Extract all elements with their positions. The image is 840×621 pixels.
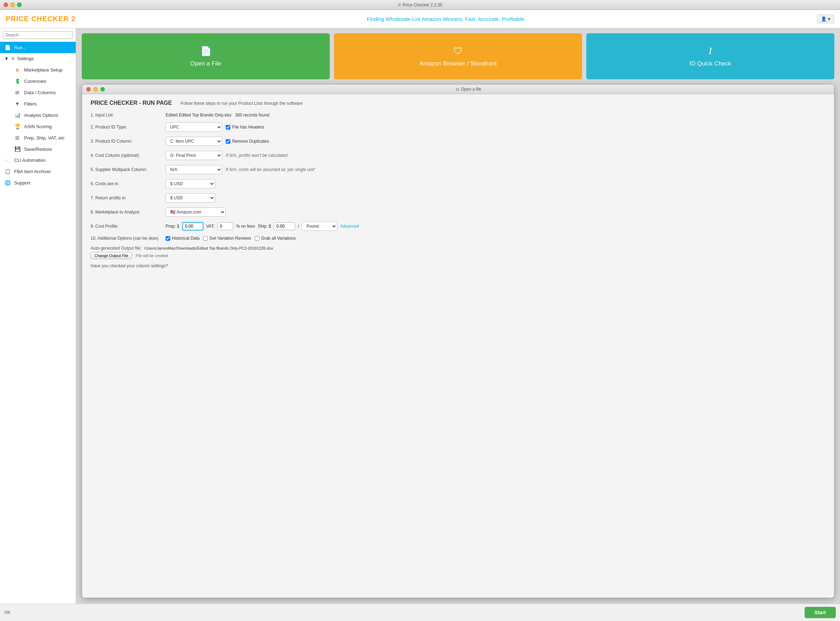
sidebar-item-fba-archiver[interactable]: 📋 FBA Item Archiver <box>0 166 76 177</box>
historical-data-label[interactable]: Historical Data <box>166 236 199 241</box>
sidebar-item-prep-ship[interactable]: ⊞ Prep, Ship, VAT, etc <box>11 132 76 143</box>
supplier-multipack-controls: N/A If N/A, costs will be assumed as 'pe… <box>166 165 315 174</box>
costs-in-select[interactable]: $ USD £ GBP € EUR <box>166 179 215 188</box>
product-id-column-select[interactable]: C: Item UPC <box>166 137 222 146</box>
sidebar: 📄 Run... ▼ ≡ Settings a Marketplace Setu… <box>0 28 76 604</box>
start-button[interactable]: Start <box>805 607 836 618</box>
return-profits-select[interactable]: $ USD £ GBP € EUR <box>166 193 215 203</box>
marketplace-label: 8. Marketplace to Analyze: <box>91 210 161 215</box>
supplier-multipack-select[interactable]: N/A <box>166 165 222 174</box>
cli-label: CLI Automation <box>14 158 46 163</box>
modal-max-btn[interactable] <box>100 87 105 91</box>
supplier-multipack-label: 5. Supplier Multipack Column: <box>91 167 161 172</box>
get-variation-reviews-checkbox[interactable] <box>203 236 208 241</box>
modal-body: PRICE CHECKER - RUN PAGE Follow these st… <box>82 94 834 597</box>
cost-profile-controls: Prep: $ VAT: % on fees Ship: $ / Pound <box>166 222 359 231</box>
file-has-headers-checkbox[interactable] <box>226 125 230 130</box>
minimize-btn[interactable] <box>10 3 15 7</box>
settings-collapse-icon: ▼ <box>4 56 9 61</box>
save-restore-label: Save/Restore <box>24 147 52 152</box>
costs-in-row: 6. Costs are in: $ USD £ GBP € EUR <box>91 179 825 188</box>
app-tagline: Finding Wholesale-List Amazon Winners. F… <box>367 16 526 22</box>
fba-label: FBA Item Archiver <box>14 169 51 174</box>
grab-all-variations-checkbox[interactable] <box>255 236 259 241</box>
amazon-browser-icon: 🛡 <box>453 45 463 57</box>
modal-close-btn[interactable] <box>86 87 91 91</box>
app-header: PRICE CHECKER 2 Finding Wholesale-List A… <box>0 10 840 28</box>
support-label: Support <box>14 180 30 186</box>
grab-all-variations-text: Grab all Variations <box>261 236 296 241</box>
file-has-headers-checkbox-label[interactable]: File has Headers <box>226 125 264 130</box>
close-btn[interactable] <box>3 3 8 7</box>
prep-input[interactable] <box>182 222 204 230</box>
settings-label: Settings <box>17 56 33 61</box>
cost-column-controls: G: Final Price If N/A, profits won't be … <box>166 151 287 160</box>
sidebar-item-marketplace-setup[interactable]: a Marketplace Setup <box>11 64 76 76</box>
sidebar-item-currencies[interactable]: 💲 Currencies <box>11 76 76 87</box>
historical-data-checkbox[interactable] <box>166 236 170 241</box>
id-quick-check-icon: I <box>709 45 712 57</box>
sidebar-item-save-restore[interactable]: 💾 Save/Restore <box>11 143 76 155</box>
prep-icon: ⊞ <box>14 135 21 141</box>
product-id-column-label: 3. Product ID Column: <box>91 139 161 144</box>
user-chevron: ▾ <box>828 16 831 21</box>
costs-in-label: 6. Costs are in: <box>91 181 161 186</box>
change-output-button[interactable]: Change Output File <box>91 252 132 259</box>
remove-duplicates-label: Remove Duplicates <box>232 139 269 144</box>
supplier-multipack-row: 5. Supplier Multipack Column: N/A If N/A… <box>91 165 825 174</box>
file-note: File will be created <box>136 253 168 258</box>
input-list-row: 1. Input List: Edited Edited Top Brands … <box>91 113 825 118</box>
marketplace-select[interactable]: 🇺🇸 Amazon.com 🇬🇧 Amazon.co.uk 🇩🇪 Amazon.… <box>166 208 226 217</box>
input-file-info: Edited Edited Top Brands Only.xlsx <box>166 113 231 118</box>
get-variation-reviews-label[interactable]: Get Variation Reviews <box>203 236 251 241</box>
ok-text: OK <box>4 610 10 615</box>
cost-column-select[interactable]: G: Final Price <box>166 151 222 160</box>
open-file-label: Open a File <box>190 60 222 67</box>
sidebar-item-support[interactable]: 🌐 Support <box>0 177 76 188</box>
cost-profile-row: 9. Cost Profile: Prep: $ VAT: % on fees … <box>91 222 825 231</box>
sidebar-item-filters[interactable]: ▼ Filters <box>11 98 76 109</box>
sidebar-item-run[interactable]: 📄 Run... <box>0 42 76 53</box>
sidebar-item-cli[interactable]: ›_ CLI Automation <box>0 155 76 166</box>
advanced-link[interactable]: Advanced <box>340 224 359 229</box>
bottom-bar: OK Start <box>0 604 840 621</box>
input-list-controls: Edited Edited Top Brands Only.xlsx 300 r… <box>166 113 269 118</box>
amazon-browser-card[interactable]: 🛡 Amazon Browser / Storefront <box>334 33 582 79</box>
run-icon: 📄 <box>4 45 11 50</box>
sidebar-section-settings[interactable]: ▼ ≡ Settings <box>0 53 76 64</box>
ship-label: Ship: $ <box>258 224 271 229</box>
titlebar-buttons <box>3 3 21 7</box>
open-file-card[interactable]: 📄 Open a File <box>82 33 330 79</box>
filters-label: Filters <box>24 101 36 106</box>
id-quick-check-card[interactable]: I ID Quick Check <box>586 33 834 79</box>
user-button[interactable]: 👤 ▾ <box>817 15 834 23</box>
sidebar-item-analysis-options[interactable]: 📊 Analysis Options <box>11 109 76 121</box>
product-id-type-select[interactable]: UPC ASIN EAN ISBN <box>166 123 222 132</box>
vat-input[interactable] <box>217 222 233 230</box>
sidebar-item-data-columns[interactable]: ⊞ Data / Columns <box>11 87 76 98</box>
titlebar-icon: ⊞ <box>398 3 401 7</box>
modal-min-btn[interactable] <box>94 87 98 91</box>
search-input[interactable] <box>3 31 73 39</box>
filters-icon: ▼ <box>14 101 21 106</box>
product-id-type-row: 2. Product ID Type: UPC ASIN EAN ISBN Fi… <box>91 123 825 132</box>
main-content: 📄 Open a File 🛡 Amazon Browser / Storefr… <box>76 28 840 604</box>
modal-dialog: ⊞ Open a file PRICE CHECKER - RUN PAGE F… <box>82 84 834 598</box>
grab-all-variations-label[interactable]: Grab all Variations <box>255 236 296 241</box>
remove-duplicates-checkbox-label[interactable]: Remove Duplicates <box>226 139 269 144</box>
titlebar-title: ⊞ Price Checker 2.2.35 <box>398 3 442 8</box>
remove-duplicates-checkbox[interactable] <box>226 139 230 144</box>
ship-input[interactable] <box>274 222 295 230</box>
data-columns-icon: ⊞ <box>14 89 21 95</box>
sidebar-item-asin-scoring[interactable]: 🏆 ASIN Scoring <box>11 121 76 132</box>
product-id-type-label: 2. Product ID Type: <box>91 125 161 130</box>
input-list-label: 1. Input List: <box>91 113 161 118</box>
id-quick-check-label: ID Quick Check <box>689 60 731 67</box>
output-file-row: Auto-generated Output file: /Users/James… <box>91 246 825 251</box>
weight-unit-select[interactable]: Pound Kg <box>302 222 337 231</box>
prep-label: Prep: $ <box>166 224 180 229</box>
additional-options-label: 10. Additional Options (can be slow) <box>91 236 161 241</box>
maximize-btn[interactable] <box>17 3 21 7</box>
user-icon: 👤 <box>821 16 826 21</box>
run-page-title: PRICE CHECKER - RUN PAGE <box>91 100 172 106</box>
